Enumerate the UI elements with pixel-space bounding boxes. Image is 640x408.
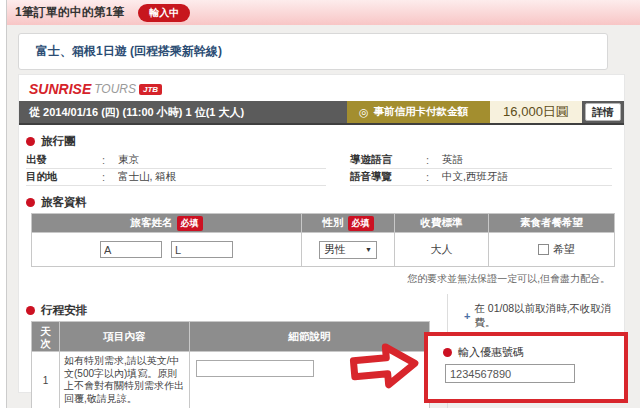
tour-title-card: 富士、箱根1日遊 (回程搭乘新幹線) [18, 33, 608, 70]
tours-logo-text: TOURS [94, 82, 136, 96]
gender-cell: 男性 ▼ [302, 233, 395, 267]
fare-type-header-label: 收費標準 [421, 216, 463, 228]
tour-title: 富士、箱根1日遊 (回程搭乘新幹線) [36, 43, 222, 60]
jtb-logo-badge: JTB [139, 84, 162, 95]
itinerary-section-title: 行程安排 [41, 303, 87, 318]
sunrise-logo-text: SUNRISE [29, 81, 91, 97]
item-header: 項目內容 [60, 322, 190, 352]
guide-language-row: 導遊語言 : 英語 [350, 152, 612, 169]
prepayment-label-segment: ◎ 事前信用卡付款金額 [347, 101, 490, 123]
passenger-name-cell [32, 233, 302, 267]
day-cell: 1 [32, 352, 60, 408]
vegetarian-meal-checkbox[interactable] [538, 244, 549, 255]
passenger-name-header-label: 旅客姓名 [131, 216, 173, 228]
red-bullet-icon [26, 306, 35, 315]
departure-label: 出發 [26, 153, 102, 167]
itinerary-section-header: 行程安排 [26, 303, 447, 318]
request-disclaimer-note: 您的要求並無法保證一定可以,但會盡力配合。 [19, 272, 610, 286]
special-request-description: 如有特別需求,請以英文/中文(500字以內)填寫。原則上不會對有關特別需求作出回… [60, 352, 190, 408]
gender-header: 性別必填 [302, 214, 395, 233]
destination-value: 富士山, 箱根 [118, 170, 176, 184]
day-header: 天次 [32, 322, 60, 352]
item-header-label: 項目內容 [104, 330, 146, 342]
audio-guide-row: 語音導覽 : 中文,西班牙語 [350, 169, 612, 186]
destination-label: 目的地 [26, 170, 102, 184]
vegetarian-meal-header: 素食者餐希望 [489, 214, 615, 233]
colon: : [426, 171, 442, 183]
passenger-table-header-row: 旅客姓名必填 性別必填 收費標準 素食者餐希望 [32, 214, 615, 233]
audio-guide-value: 中文,西班牙語 [442, 170, 508, 184]
required-badge: 必填 [177, 216, 203, 231]
passenger-section-title: 旅客資料 [41, 195, 87, 210]
detail-header-label: 細節說明 [289, 330, 331, 342]
guide-language-value: 英語 [442, 153, 463, 167]
tour-group-section-title: 旅行團 [41, 134, 76, 149]
departure-row: 出發 : 東京 [26, 152, 326, 169]
passenger-section-header: 旅客資料 [26, 195, 624, 210]
colon: : [102, 154, 118, 166]
day-header-label: 天次 [40, 325, 52, 349]
tour-group-fields: 出發 : 東京 導遊語言 : 英語 目的地 : 富士山, 箱根 語音導覽 : 中… [26, 152, 612, 186]
red-bullet-icon [26, 198, 35, 207]
gender-selected-value: 男性 [324, 242, 346, 257]
tour-date-pax-info: 從 2014/01/16 (四) (11:00 小時) 1 位(1 大人) [19, 101, 347, 123]
guide-language-label: 導遊語言 [350, 153, 426, 167]
tour-summary-bar: 從 2014/01/16 (四) (11:00 小時) 1 位(1 大人) ◎ … [19, 101, 624, 125]
status-badge: 輸入中 [138, 4, 190, 22]
chevron-down-icon: ▼ [365, 246, 372, 253]
last-name-input[interactable] [171, 241, 233, 258]
tour-group-section-header: 旅行團 [26, 134, 624, 149]
special-request-input[interactable] [196, 360, 314, 377]
red-callout-arrow-icon [347, 338, 423, 394]
vegetarian-meal-header-label: 素食者餐希望 [520, 216, 583, 228]
vegetarian-meal-checkbox-label: 希望 [553, 243, 575, 255]
promo-code-label: 輸入優惠號碼 [458, 345, 524, 360]
spacer [0, 25, 640, 33]
fare-type-value: 大人 [431, 243, 453, 255]
fare-type-header: 收費標準 [395, 214, 489, 233]
red-bullet-icon [26, 137, 35, 146]
cancellation-deadline-text: 在 01/08以前取消時,不收取消費。 [474, 302, 624, 330]
plus-icon: + [464, 310, 470, 322]
passenger-name-header: 旅客姓名必填 [32, 214, 302, 233]
promo-code-highlight-box: 輸入優惠號碼 [424, 332, 628, 403]
first-name-input[interactable] [100, 241, 162, 258]
payment-amount: 16,000日圓 [490, 101, 582, 123]
booking-step-title: 1筆訂單的中的第1筆 [15, 4, 124, 21]
gender-select[interactable]: 男性 ▼ [319, 241, 377, 259]
vegetarian-meal-cell: 希望 [489, 233, 615, 267]
credit-card-icon: ◎ [359, 106, 369, 119]
prepayment-label: 事前信用卡付款金額 [374, 105, 469, 119]
passenger-table-row: 男性 ▼ 大人 希望 [32, 233, 615, 267]
passenger-table: 旅客姓名必填 性別必填 收費標準 素食者餐希望 男性 [31, 213, 615, 267]
gender-header-label: 性別 [323, 216, 344, 228]
colon: : [102, 171, 118, 183]
departure-value: 東京 [118, 153, 139, 167]
page-left-gutter [0, 0, 7, 408]
cancellation-policy-note-link[interactable]: + 在 01/08以前取消時,不收取消費。 [464, 302, 624, 330]
destination-row: 目的地 : 富士山, 箱根 [26, 169, 326, 186]
red-bullet-icon [443, 348, 452, 357]
promo-code-header: 輸入優惠號碼 [443, 345, 624, 360]
payment-details-button[interactable]: 詳情 [585, 103, 621, 121]
promo-code-input[interactable] [445, 364, 575, 383]
booking-progress-bar: 1筆訂單的中的第1筆 輸入中 [0, 0, 640, 25]
colon: : [426, 154, 442, 166]
audio-guide-label: 語音導覽 [350, 170, 426, 184]
required-badge: 必填 [348, 216, 374, 231]
fare-type-cell: 大人 [395, 233, 489, 267]
brand-logo: SUNRISE TOURS JTB [19, 75, 624, 97]
